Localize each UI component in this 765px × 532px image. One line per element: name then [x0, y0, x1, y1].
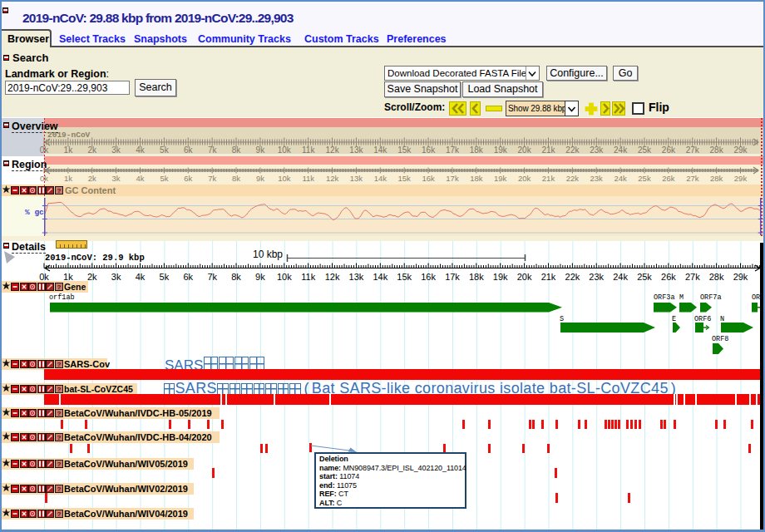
svg-text:18k: 18k: [470, 174, 483, 183]
svg-text:7k: 7k: [207, 272, 217, 282]
svg-text:26k: 26k: [662, 145, 676, 155]
svg-text:11k: 11k: [301, 272, 315, 282]
svg-text:13k: 13k: [350, 174, 363, 183]
svg-text:11k: 11k: [302, 145, 315, 155]
svg-text:9k: 9k: [255, 272, 265, 282]
svg-text:3k: 3k: [111, 272, 121, 282]
svg-text:17k: 17k: [446, 145, 460, 155]
svg-text:?: ?: [57, 386, 61, 393]
svg-text:15k: 15k: [397, 145, 412, 155]
svg-text:25k: 25k: [638, 174, 651, 183]
svg-text:2k: 2k: [88, 174, 96, 183]
svg-text:7k: 7k: [208, 145, 218, 155]
svg-text:18k: 18k: [469, 272, 484, 282]
svg-text:19k: 19k: [494, 174, 507, 183]
svg-text:5k: 5k: [160, 145, 170, 155]
svg-text:2k: 2k: [87, 272, 97, 282]
svg-text:21k: 21k: [542, 174, 555, 183]
svg-text:22k: 22k: [566, 174, 580, 183]
svg-text:22k: 22k: [565, 145, 580, 155]
svg-text:9k: 9k: [256, 174, 264, 183]
svg-text:28k: 28k: [710, 174, 723, 183]
svg-text:25k: 25k: [638, 145, 652, 155]
svg-text:?: ?: [57, 283, 61, 291]
svg-text:6k: 6k: [184, 145, 194, 155]
svg-text:1k: 1k: [64, 174, 72, 183]
svg-text:3k: 3k: [111, 145, 121, 155]
svg-text:26k: 26k: [661, 272, 676, 282]
svg-text:19k: 19k: [494, 145, 508, 155]
svg-text:9k: 9k: [256, 145, 266, 155]
svg-text:15k: 15k: [398, 174, 412, 183]
svg-text:14k: 14k: [374, 174, 387, 183]
svg-text:29k: 29k: [734, 174, 748, 183]
svg-text:10k: 10k: [278, 145, 292, 155]
svg-text:10k: 10k: [277, 272, 292, 282]
svg-text:?: ?: [57, 485, 61, 493]
svg-text:20k: 20k: [518, 174, 531, 183]
svg-text:1k: 1k: [64, 145, 74, 155]
svg-text:6k: 6k: [184, 174, 192, 183]
svg-text:27k: 27k: [685, 272, 700, 282]
svg-text:21k: 21k: [541, 272, 556, 282]
svg-text:20k: 20k: [518, 145, 532, 155]
svg-text:29k: 29k: [733, 145, 748, 155]
svg-text:10k: 10k: [278, 174, 291, 183]
svg-text:8k: 8k: [232, 174, 240, 183]
svg-text:23k: 23k: [590, 174, 604, 183]
svg-text:?: ?: [57, 434, 61, 441]
svg-text:16k: 16k: [421, 272, 436, 282]
svg-text:4k: 4k: [136, 145, 146, 155]
svg-text:?: ?: [57, 361, 61, 368]
svg-text:16k: 16k: [422, 174, 435, 183]
svg-text:19k: 19k: [493, 272, 508, 282]
svg-text:27k: 27k: [686, 174, 699, 183]
svg-text:17k: 17k: [446, 174, 459, 183]
svg-text:26k: 26k: [662, 174, 675, 183]
svg-text:18k: 18k: [470, 145, 484, 155]
svg-text:13k: 13k: [349, 145, 363, 155]
svg-text:3k: 3k: [112, 174, 121, 183]
svg-text:27k: 27k: [686, 145, 700, 155]
svg-text:8k: 8k: [231, 272, 241, 282]
svg-text:?: ?: [57, 510, 61, 518]
svg-text:12k: 12k: [326, 174, 339, 183]
svg-text:?: ?: [57, 461, 61, 468]
svg-text:24k: 24k: [614, 145, 628, 155]
svg-text:11k: 11k: [302, 174, 314, 183]
svg-text:20k: 20k: [517, 272, 532, 282]
svg-text:14k: 14k: [373, 272, 387, 282]
svg-text:5k: 5k: [160, 272, 170, 282]
svg-text:21k: 21k: [541, 145, 555, 155]
svg-text:2k: 2k: [88, 145, 98, 155]
svg-text:15k: 15k: [397, 272, 412, 282]
svg-text:5k: 5k: [160, 174, 168, 183]
svg-text:23k: 23k: [590, 145, 604, 155]
svg-text:7k: 7k: [208, 174, 216, 183]
svg-text:12k: 12k: [325, 272, 340, 282]
svg-text:?: ?: [57, 410, 61, 417]
svg-text:24k: 24k: [614, 174, 627, 183]
svg-text:22k: 22k: [565, 272, 580, 282]
svg-text:23k: 23k: [589, 272, 604, 282]
svg-text:29k: 29k: [733, 272, 748, 282]
svg-text:4k: 4k: [136, 272, 146, 282]
svg-text:16k: 16k: [422, 145, 436, 155]
svg-text:2019-nCoV: 2019-nCoV: [47, 131, 91, 140]
svg-text:14k: 14k: [373, 145, 387, 155]
svg-text:6k: 6k: [183, 272, 193, 282]
svg-text:4k: 4k: [136, 174, 144, 183]
svg-text:25k: 25k: [637, 272, 652, 282]
svg-text:?: ?: [57, 187, 61, 195]
svg-text:13k: 13k: [349, 272, 364, 282]
svg-text:24k: 24k: [613, 272, 628, 282]
svg-text:28k: 28k: [709, 272, 724, 282]
svg-text:12k: 12k: [326, 145, 340, 155]
svg-text:17k: 17k: [445, 272, 460, 282]
svg-text:28k: 28k: [710, 145, 724, 155]
svg-text:8k: 8k: [232, 145, 242, 155]
